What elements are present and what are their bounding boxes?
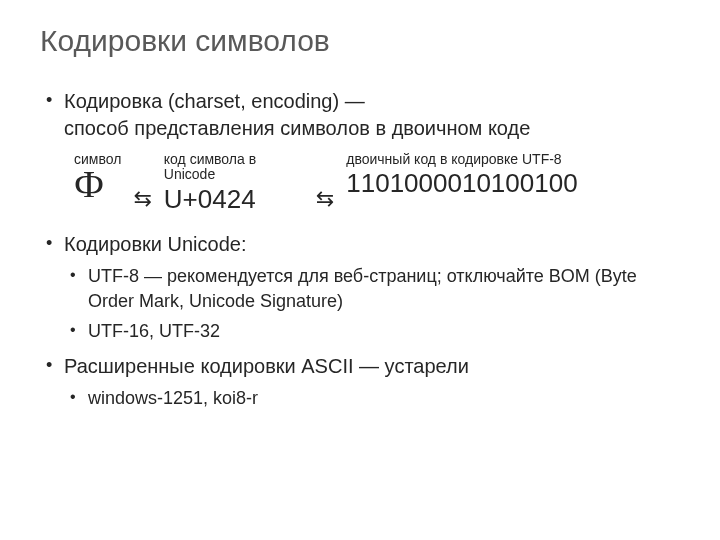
sub-bullet-list: windows-1251, koi8-r [64, 386, 680, 410]
bullet-text: UTF-8 — рекомендуется для веб-страниц; о… [88, 266, 637, 310]
slide-title: Кодировки символов [40, 24, 680, 58]
diagram-code-value: U+0424 [164, 185, 304, 214]
diagram-col-code: код символа в Unicode U+0424 [164, 152, 304, 213]
diagram-col-binary: двоичный код в кодировке UTF-8 110100001… [346, 152, 577, 198]
arrow-icon: ⇆ [133, 186, 151, 213]
bullet-list: Кодировки Unicode: UTF-8 — рекомендуется… [40, 231, 680, 410]
list-item: windows-1251, koi8-r [64, 386, 680, 410]
bullet-text-line: способ представления символов в двоичном… [64, 117, 530, 139]
arrow-icon: ⇆ [316, 186, 334, 213]
bullet-text-line: Кодировка (charset, encoding) — [64, 90, 365, 112]
list-item: Расширенные кодировки ASCII — устарели w… [40, 353, 680, 410]
bullet-text: Кодировки Unicode: [64, 233, 246, 255]
list-item: Кодировки Unicode: UTF-8 — рекомендуется… [40, 231, 680, 343]
bullet-text: Расширенные кодировки ASCII — устарели [64, 355, 469, 377]
encoding-diagram: символ Ф ⇆ код символа в Unicode U+0424 … [74, 152, 680, 213]
diagram-code-label: код символа в Unicode [164, 152, 304, 183]
diagram-binary-label: двоичный код в кодировке UTF-8 [346, 152, 566, 167]
list-item: Кодировка (charset, encoding) — способ п… [40, 88, 680, 142]
list-item: UTF-8 — рекомендуется для веб-страниц; о… [64, 264, 680, 313]
bullet-text: windows-1251, koi8-r [88, 388, 258, 408]
diagram-col-symbol: символ Ф [74, 152, 121, 203]
diagram-binary-value: 1101000010100100 [346, 169, 577, 198]
bullet-list: Кодировка (charset, encoding) — способ п… [40, 88, 680, 142]
diagram-symbol-value: Ф [74, 165, 121, 203]
bullet-text: UTF-16, UTF-32 [88, 321, 220, 341]
sub-bullet-list: UTF-8 — рекомендуется для веб-страниц; о… [64, 264, 680, 343]
list-item: UTF-16, UTF-32 [64, 319, 680, 343]
